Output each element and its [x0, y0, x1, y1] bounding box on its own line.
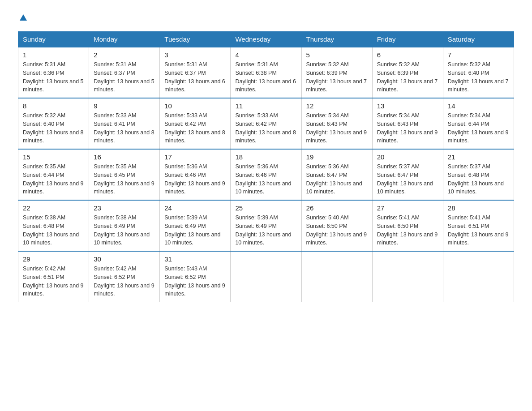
calendar-day-cell: 1 Sunrise: 5:31 AM Sunset: 6:36 PM Dayli…: [18, 47, 89, 98]
day-number: 12: [306, 102, 368, 110]
col-header-thursday: Thursday: [301, 32, 372, 47]
page-header: [18, 13, 514, 24]
day-number: 31: [164, 255, 226, 263]
day-number: 11: [235, 102, 296, 110]
day-info: Sunrise: 5:42 AM Sunset: 6:51 PM Dayligh…: [23, 265, 84, 298]
day-info: Sunrise: 5:34 AM Sunset: 6:43 PM Dayligh…: [377, 111, 438, 145]
day-info: Sunrise: 5:32 AM Sunset: 6:40 PM Dayligh…: [23, 111, 84, 145]
calendar-day-cell: 14 Sunrise: 5:34 AM Sunset: 6:44 PM Dayl…: [443, 98, 514, 149]
day-number: 9: [94, 102, 155, 110]
day-number: 8: [23, 102, 84, 110]
day-number: 20: [377, 153, 438, 161]
day-info: Sunrise: 5:43 AM Sunset: 6:52 PM Dayligh…: [164, 265, 226, 298]
col-header-tuesday: Tuesday: [160, 32, 231, 47]
calendar-day-cell: 15 Sunrise: 5:35 AM Sunset: 6:44 PM Dayl…: [18, 149, 89, 200]
calendar-day-cell: [443, 251, 514, 302]
calendar-day-cell: 30 Sunrise: 5:42 AM Sunset: 6:52 PM Dayl…: [89, 251, 160, 302]
day-number: 6: [377, 51, 438, 59]
calendar-day-cell: 7 Sunrise: 5:32 AM Sunset: 6:40 PM Dayli…: [443, 47, 514, 98]
day-info: Sunrise: 5:37 AM Sunset: 6:48 PM Dayligh…: [448, 163, 509, 196]
day-info: Sunrise: 5:39 AM Sunset: 6:49 PM Dayligh…: [235, 214, 296, 247]
day-number: 28: [448, 204, 509, 212]
day-number: 24: [164, 204, 226, 212]
calendar-day-cell: 31 Sunrise: 5:43 AM Sunset: 6:52 PM Dayl…: [160, 251, 231, 302]
calendar-day-cell: 2 Sunrise: 5:31 AM Sunset: 6:37 PM Dayli…: [89, 47, 160, 98]
day-number: 29: [23, 255, 84, 263]
day-number: 13: [377, 102, 438, 110]
day-number: 3: [164, 51, 226, 59]
calendar-day-cell: [301, 251, 372, 302]
day-number: 1: [23, 51, 84, 59]
calendar-day-cell: 26 Sunrise: 5:40 AM Sunset: 6:50 PM Dayl…: [301, 200, 372, 251]
day-info: Sunrise: 5:41 AM Sunset: 6:50 PM Dayligh…: [377, 214, 438, 247]
calendar-day-cell: 25 Sunrise: 5:39 AM Sunset: 6:49 PM Dayl…: [231, 200, 301, 251]
calendar-day-cell: 4 Sunrise: 5:31 AM Sunset: 6:38 PM Dayli…: [231, 47, 301, 98]
day-info: Sunrise: 5:42 AM Sunset: 6:52 PM Dayligh…: [94, 265, 155, 298]
calendar-day-cell: 13 Sunrise: 5:34 AM Sunset: 6:43 PM Dayl…: [372, 98, 443, 149]
calendar-week-row: 22 Sunrise: 5:38 AM Sunset: 6:48 PM Dayl…: [18, 200, 514, 251]
day-info: Sunrise: 5:31 AM Sunset: 6:38 PM Dayligh…: [235, 60, 296, 94]
col-header-wednesday: Wednesday: [231, 32, 301, 47]
day-info: Sunrise: 5:31 AM Sunset: 6:37 PM Dayligh…: [94, 60, 155, 94]
day-info: Sunrise: 5:37 AM Sunset: 6:47 PM Dayligh…: [377, 163, 438, 196]
day-info: Sunrise: 5:33 AM Sunset: 6:42 PM Dayligh…: [235, 111, 296, 145]
day-number: 17: [164, 153, 226, 161]
calendar-day-cell: 24 Sunrise: 5:39 AM Sunset: 6:49 PM Dayl…: [160, 200, 231, 251]
day-number: 15: [23, 153, 84, 161]
day-info: Sunrise: 5:36 AM Sunset: 6:47 PM Dayligh…: [306, 163, 368, 196]
day-info: Sunrise: 5:39 AM Sunset: 6:49 PM Dayligh…: [164, 214, 226, 247]
svg-marker-0: [20, 14, 27, 21]
day-info: Sunrise: 5:33 AM Sunset: 6:42 PM Dayligh…: [164, 111, 226, 145]
day-number: 22: [23, 204, 84, 212]
day-info: Sunrise: 5:40 AM Sunset: 6:50 PM Dayligh…: [306, 214, 368, 247]
calendar-day-cell: 9 Sunrise: 5:33 AM Sunset: 6:41 PM Dayli…: [89, 98, 160, 149]
day-number: 19: [306, 153, 368, 161]
calendar-week-row: 1 Sunrise: 5:31 AM Sunset: 6:36 PM Dayli…: [18, 47, 514, 98]
calendar-day-cell: 10 Sunrise: 5:33 AM Sunset: 6:42 PM Dayl…: [160, 98, 231, 149]
day-number: 21: [448, 153, 509, 161]
day-info: Sunrise: 5:34 AM Sunset: 6:43 PM Dayligh…: [306, 111, 368, 145]
calendar-day-cell: 8 Sunrise: 5:32 AM Sunset: 6:40 PM Dayli…: [18, 98, 89, 149]
calendar-header-row: SundayMondayTuesdayWednesdayThursdayFrid…: [18, 32, 514, 47]
calendar-day-cell: 20 Sunrise: 5:37 AM Sunset: 6:47 PM Dayl…: [372, 149, 443, 200]
calendar-week-row: 29 Sunrise: 5:42 AM Sunset: 6:51 PM Dayl…: [18, 251, 514, 302]
day-info: Sunrise: 5:41 AM Sunset: 6:51 PM Dayligh…: [448, 214, 509, 247]
day-number: 7: [448, 51, 509, 59]
day-info: Sunrise: 5:31 AM Sunset: 6:37 PM Dayligh…: [164, 60, 226, 94]
calendar-day-cell: 19 Sunrise: 5:36 AM Sunset: 6:47 PM Dayl…: [301, 149, 372, 200]
calendar-day-cell: 18 Sunrise: 5:36 AM Sunset: 6:46 PM Dayl…: [231, 149, 301, 200]
calendar-day-cell: 16 Sunrise: 5:35 AM Sunset: 6:45 PM Dayl…: [89, 149, 160, 200]
calendar-day-cell: 29 Sunrise: 5:42 AM Sunset: 6:51 PM Dayl…: [18, 251, 89, 302]
calendar-day-cell: 22 Sunrise: 5:38 AM Sunset: 6:48 PM Dayl…: [18, 200, 89, 251]
calendar-table: SundayMondayTuesdayWednesdayThursdayFrid…: [18, 31, 514, 302]
day-number: 23: [94, 204, 155, 212]
calendar-day-cell: [372, 251, 443, 302]
calendar-week-row: 8 Sunrise: 5:32 AM Sunset: 6:40 PM Dayli…: [18, 98, 514, 149]
calendar-day-cell: 23 Sunrise: 5:38 AM Sunset: 6:49 PM Dayl…: [89, 200, 160, 251]
calendar-day-cell: 5 Sunrise: 5:32 AM Sunset: 6:39 PM Dayli…: [301, 47, 372, 98]
day-info: Sunrise: 5:31 AM Sunset: 6:36 PM Dayligh…: [23, 60, 84, 94]
day-info: Sunrise: 5:36 AM Sunset: 6:46 PM Dayligh…: [164, 163, 226, 196]
day-number: 30: [94, 255, 155, 263]
calendar-day-cell: 6 Sunrise: 5:32 AM Sunset: 6:39 PM Dayli…: [372, 47, 443, 98]
calendar-day-cell: 12 Sunrise: 5:34 AM Sunset: 6:43 PM Dayl…: [301, 98, 372, 149]
day-info: Sunrise: 5:33 AM Sunset: 6:41 PM Dayligh…: [94, 111, 155, 145]
calendar-day-cell: 17 Sunrise: 5:36 AM Sunset: 6:46 PM Dayl…: [160, 149, 231, 200]
day-info: Sunrise: 5:32 AM Sunset: 6:39 PM Dayligh…: [306, 60, 368, 94]
calendar-day-cell: 11 Sunrise: 5:33 AM Sunset: 6:42 PM Dayl…: [231, 98, 301, 149]
day-number: 18: [235, 153, 296, 161]
calendar-day-cell: [231, 251, 301, 302]
day-number: 5: [306, 51, 368, 59]
day-info: Sunrise: 5:34 AM Sunset: 6:44 PM Dayligh…: [448, 111, 509, 145]
calendar-week-row: 15 Sunrise: 5:35 AM Sunset: 6:44 PM Dayl…: [18, 149, 514, 200]
calendar-day-cell: 28 Sunrise: 5:41 AM Sunset: 6:51 PM Dayl…: [443, 200, 514, 251]
day-number: 2: [94, 51, 155, 59]
col-header-sunday: Sunday: [18, 32, 89, 47]
day-info: Sunrise: 5:36 AM Sunset: 6:46 PM Dayligh…: [235, 163, 296, 196]
day-number: 16: [94, 153, 155, 161]
col-header-friday: Friday: [372, 32, 443, 47]
day-number: 4: [235, 51, 296, 59]
logo-triangle-icon: [19, 13, 28, 22]
col-header-monday: Monday: [89, 32, 160, 47]
day-info: Sunrise: 5:32 AM Sunset: 6:39 PM Dayligh…: [377, 60, 438, 94]
